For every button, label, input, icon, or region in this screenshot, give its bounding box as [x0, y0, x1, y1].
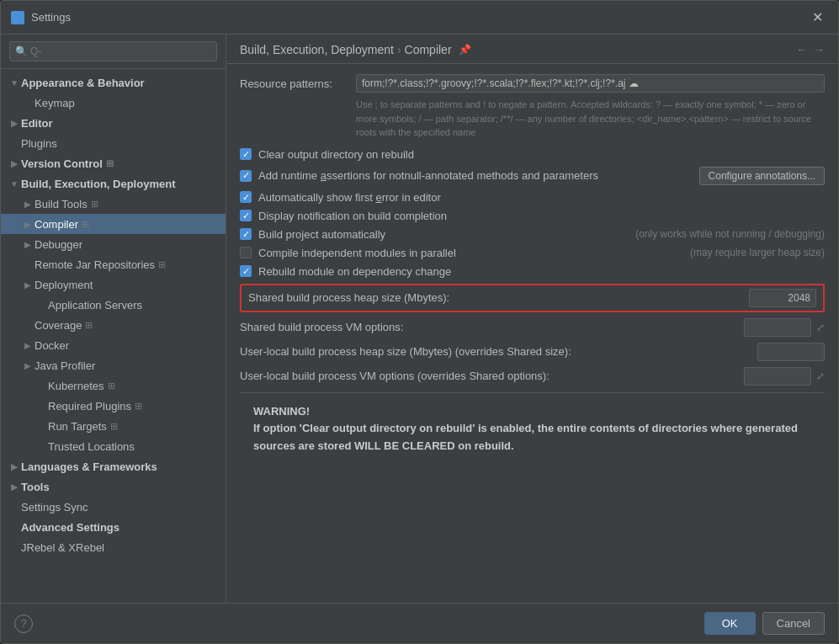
sidebar-label: Compiler: [35, 218, 78, 231]
checkbox-row-rebuild: ✓ Rebuild module on dependency change: [240, 265, 825, 278]
sidebar-item-editor[interactable]: ▶ Editor: [1, 113, 226, 133]
search-icon: 🔍: [15, 45, 28, 57]
sidebar-item-run-targets[interactable]: Run Targets ⊞: [1, 416, 226, 436]
field-right: [757, 343, 825, 361]
sidebar-item-advanced-settings[interactable]: Advanced Settings: [1, 517, 226, 537]
sidebar-item-trusted-locations[interactable]: Trusted Locations: [1, 436, 226, 456]
checkbox-row-display-notif: ✓ Display notification on build completi…: [240, 210, 825, 222]
checkbox-row-auto-show: ✓ Automatically show first error in edit…: [240, 191, 825, 204]
local-heap-label: User-local build process heap size (Mbyt…: [240, 345, 571, 358]
sidebar-item-java-profiler[interactable]: ▶ Java Profiler: [1, 355, 226, 375]
expand-icon: ▶: [8, 462, 21, 471]
local-vm-label: User-local build process VM options (ove…: [240, 370, 550, 382]
extra-note: (only works while not running / debuggin…: [635, 228, 825, 240]
warning-text: WARNING! If option 'Clear output directo…: [253, 403, 811, 455]
sidebar-item-build-tools[interactable]: ▶ Build Tools ⊞: [1, 194, 226, 214]
local-heap-input[interactable]: [757, 343, 825, 361]
checkbox-row-left: Compile independent modules in parallel: [240, 247, 456, 259]
sidebar-label: Editor: [21, 117, 53, 130]
vm-options-row: Shared build process VM options: ⤢: [240, 318, 825, 337]
dialog-body: 🔍 ▼ Appearance & Behavior Keymap ▶: [1, 35, 838, 603]
sidebar-label: Build Tools: [35, 198, 88, 210]
dialog-footer: ? OK Cancel: [1, 603, 838, 643]
checkbox-label: Rebuild module on dependency change: [258, 265, 451, 278]
sidebar-item-languages[interactable]: ▶ Languages & Frameworks: [1, 456, 226, 476]
help-button[interactable]: ?: [14, 615, 33, 633]
sidebar-item-settings-sync[interactable]: Settings Sync: [1, 497, 226, 517]
expand-icon: ▶: [8, 159, 21, 168]
expand-icon: ▼: [8, 78, 21, 88]
checkbox-clear-output[interactable]: ✓: [240, 148, 252, 160]
checkbox-compile-parallel[interactable]: [240, 247, 252, 258]
sidebar-label: JRebel & XRebel: [21, 541, 104, 554]
breadcrumb-parent[interactable]: Build, Execution, Deployment: [240, 43, 394, 56]
vm-options-input[interactable]: [744, 318, 811, 337]
checkbox-runtime[interactable]: ✓: [240, 170, 252, 182]
checkbox-build-auto[interactable]: ✓: [240, 228, 252, 240]
heap-size-input[interactable]: [749, 289, 816, 307]
checkbox-display-notif[interactable]: ✓: [240, 210, 252, 221]
sidebar-label: Tools: [21, 481, 50, 493]
sidebar-item-keymap[interactable]: Keymap: [1, 93, 226, 113]
local-heap-row: User-local build process heap size (Mbyt…: [240, 343, 825, 361]
sidebar-item-deployment[interactable]: ▶ Deployment: [1, 274, 226, 295]
forward-arrow[interactable]: →: [813, 43, 825, 56]
search-input[interactable]: [9, 41, 217, 61]
svg-rect-3: [19, 19, 23, 23]
sidebar-item-plugins[interactable]: Plugins: [1, 133, 226, 153]
sidebar-item-coverage[interactable]: Coverage ⊞: [1, 315, 226, 335]
badge-icon: ⊞: [158, 259, 166, 270]
sidebar-label: Docker: [35, 339, 69, 352]
app-icon: [11, 11, 24, 24]
search-wrapper: 🔍: [9, 41, 217, 61]
expand-icon[interactable]: ⤢: [816, 322, 825, 333]
local-vm-row: User-local build process VM options (ove…: [240, 367, 825, 386]
sidebar-label: Plugins: [21, 137, 57, 150]
checkbox-row-left: ✓ Add runtime assertions for notnull-ann…: [240, 169, 598, 182]
cancel-button[interactable]: Cancel: [762, 612, 825, 635]
checkbox-label: Add runtime assertions for notnull-annot…: [258, 169, 598, 182]
sidebar-label: Trusted Locations: [48, 440, 135, 453]
badge-icon: ⊞: [91, 199, 98, 210]
sidebar-label: Kubernetes: [48, 380, 104, 392]
checkbox-label: Clear output directory on rebuild: [258, 148, 414, 161]
sidebar-item-required-plugins[interactable]: Required Plugins ⊞: [1, 396, 226, 416]
badge-icon: ⊞: [85, 320, 93, 331]
resource-patterns-input[interactable]: [356, 74, 825, 93]
check-icon: ✓: [242, 230, 250, 239]
sidebar-item-remote-jar[interactable]: Remote Jar Repositories ⊞: [1, 254, 226, 274]
sidebar-item-tools[interactable]: ▶ Tools: [1, 476, 226, 497]
sidebar-item-jrebel[interactable]: JRebel & XRebel: [1, 537, 226, 557]
local-vm-input[interactable]: [744, 367, 811, 386]
sidebar-label: Java Profiler: [35, 359, 95, 372]
ok-button[interactable]: OK: [704, 612, 756, 635]
sidebar-item-version-control[interactable]: ▶ Version Control ⊞: [1, 153, 226, 173]
configure-annotations-button[interactable]: Configure annotations...: [699, 167, 825, 185]
hint-text: Use ; to separate patterns and ! to nega…: [356, 98, 825, 140]
expand-icon: ▶: [8, 119, 21, 128]
sidebar-item-build-exec[interactable]: ▼ Build, Execution, Deployment: [1, 173, 226, 194]
field-right: ⤢: [744, 318, 825, 337]
checkbox-auto-show[interactable]: ✓: [240, 191, 252, 203]
sidebar-item-debugger[interactable]: ▶ Debugger: [1, 234, 226, 254]
check-icon: ✓: [242, 171, 250, 180]
checkbox-row-left: ✓ Build project automatically: [240, 228, 385, 241]
checkbox-rebuild[interactable]: ✓: [240, 265, 252, 277]
expand-icon[interactable]: ⤢: [816, 370, 825, 382]
content-header: Build, Execution, Deployment › Compiler …: [226, 35, 838, 64]
sidebar-item-appearance[interactable]: ▼ Appearance & Behavior: [1, 72, 226, 93]
checkbox-row-clear-output: ✓ Clear output directory on rebuild: [240, 148, 825, 161]
sidebar-item-docker[interactable]: ▶ Docker: [1, 335, 226, 355]
search-bar: 🔍: [1, 35, 226, 69]
sidebar-item-kubernetes[interactable]: Kubernetes ⊞: [1, 375, 226, 396]
check-icon: ✓: [242, 211, 250, 221]
heap-size-row-highlighted: Shared build process heap size (Mbytes):: [240, 284, 825, 312]
close-button[interactable]: ✕: [807, 8, 828, 27]
back-arrow[interactable]: ←: [796, 43, 808, 56]
sidebar-item-compiler[interactable]: ▶ Compiler ⊞: [1, 214, 226, 234]
check-icon: ✓: [242, 193, 250, 202]
sidebar-label: Appearance & Behavior: [21, 77, 145, 89]
sidebar-item-app-servers[interactable]: Application Servers: [1, 295, 226, 315]
badge-icon: ⊞: [135, 401, 142, 412]
checkbox-label: Compile independent modules in parallel: [258, 247, 456, 259]
